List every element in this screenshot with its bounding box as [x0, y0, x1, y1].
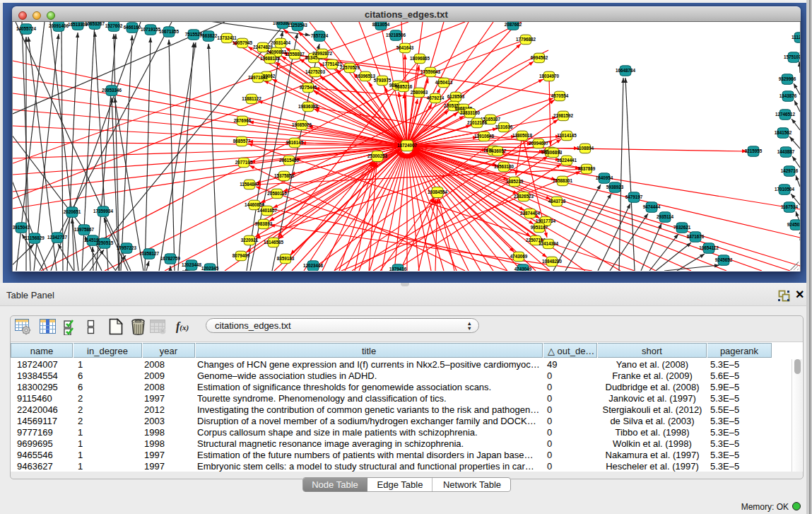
- svg-text:4050413: 4050413: [435, 80, 453, 85]
- svg-text:20091406: 20091406: [49, 23, 69, 28]
- svg-text:12414394: 12414394: [539, 241, 559, 246]
- svg-text:17359934: 17359934: [93, 209, 114, 214]
- svg-text:7663822: 7663822: [200, 33, 218, 38]
- svg-text:18096865: 18096865: [410, 56, 430, 61]
- svg-text:1108894: 1108894: [577, 146, 594, 151]
- svg-text:8359183: 8359183: [277, 256, 295, 261]
- svg-text:14460856: 14460856: [245, 202, 265, 207]
- svg-text:4743069: 4743069: [510, 254, 528, 259]
- svg-text:10848230: 10848230: [542, 259, 563, 264]
- svg-text:2935114: 2935114: [657, 214, 674, 219]
- svg-text:22992872: 22992872: [312, 51, 333, 56]
- svg-text:9275445: 9275445: [300, 85, 317, 90]
- svg-text:3915041: 3915041: [13, 225, 30, 230]
- svg-text:11558837: 11558837: [285, 52, 305, 57]
- svg-text:15588301: 15588301: [553, 178, 573, 183]
- svg-text:12746512: 12746512: [775, 112, 796, 117]
- svg-text:9245652: 9245652: [715, 257, 733, 262]
- svg-text:20580115: 20580115: [267, 191, 287, 196]
- svg-text:19085076: 19085076: [292, 122, 312, 127]
- svg-text:14275203: 14275203: [305, 69, 326, 74]
- svg-text:1385239: 1385239: [506, 179, 524, 184]
- svg-text:13146585: 13146585: [264, 240, 284, 245]
- svg-text:1379416: 1379416: [389, 267, 407, 271]
- svg-text:20031404: 20031404: [271, 40, 291, 45]
- svg-text:23833160: 23833160: [460, 110, 481, 115]
- svg-text:6128503: 6128503: [447, 94, 465, 99]
- svg-text:10057945: 10057945: [233, 40, 253, 45]
- svg-text:5793975: 5793975: [374, 78, 392, 83]
- svg-text:25300253: 25300253: [367, 153, 388, 158]
- svg-text:6306893: 6306893: [545, 150, 563, 155]
- svg-text:9474444: 9474444: [643, 204, 661, 209]
- svg-text:20615450: 20615450: [279, 158, 300, 163]
- svg-text:11881122: 11881122: [242, 96, 261, 101]
- svg-text:2077105: 2077105: [235, 160, 253, 165]
- svg-text:1343876: 1343876: [779, 93, 797, 98]
- svg-text:16396513: 16396513: [355, 74, 376, 78]
- svg-text:19384554: 19384554: [428, 189, 448, 194]
- svg-text:5641643: 5641643: [396, 45, 414, 50]
- svg-text:22570529: 22570529: [340, 65, 360, 70]
- svg-text:14401657: 14401657: [257, 208, 278, 213]
- svg-text:10671355: 10671355: [159, 29, 180, 34]
- svg-text:1841562: 1841562: [775, 130, 792, 135]
- svg-text:4679214: 4679214: [427, 95, 445, 100]
- svg-text:13910648: 13910648: [474, 134, 495, 139]
- svg-text:11014145: 11014145: [557, 133, 577, 138]
- svg-text:16782759: 16782759: [160, 256, 181, 261]
- svg-text:1112873: 1112873: [792, 35, 800, 40]
- svg-text:8079409: 8079409: [233, 253, 250, 258]
- svg-text:22474828: 22474828: [253, 45, 273, 49]
- svg-text:8685577: 8685577: [233, 139, 251, 144]
- svg-text:16224441: 16224441: [557, 158, 577, 163]
- svg-text:19563180: 19563180: [494, 164, 514, 169]
- svg-text:1167534: 1167534: [781, 204, 799, 209]
- svg-text:2020651: 2020651: [64, 209, 81, 214]
- svg-text:16648784: 16648784: [616, 68, 636, 73]
- svg-text:1202345: 1202345: [201, 266, 219, 271]
- svg-text:4743049: 4743049: [514, 267, 532, 271]
- svg-text:13805018: 13805018: [512, 133, 533, 138]
- svg-text:11584847: 11584847: [240, 182, 259, 187]
- svg-text:17957223: 17957223: [117, 245, 137, 250]
- svg-text:9816145: 9816145: [286, 140, 304, 145]
- svg-text:2087662: 2087662: [505, 22, 522, 27]
- svg-text:17796882: 17796882: [516, 37, 536, 42]
- svg-text:19688132: 19688132: [260, 56, 281, 61]
- svg-text:23971842: 23971842: [248, 75, 269, 80]
- svg-text:12023448: 12023448: [303, 263, 324, 268]
- svg-text:11156829: 11156829: [25, 235, 45, 240]
- svg-text:1640954: 1640954: [596, 175, 613, 180]
- svg-text:5685216: 5685216: [395, 84, 413, 89]
- svg-text:10358127: 10358127: [139, 251, 160, 256]
- svg-text:10653267: 10653267: [85, 22, 105, 26]
- svg-text:14055724: 14055724: [16, 26, 37, 31]
- svg-text:8813054: 8813054: [372, 22, 390, 27]
- svg-text:19836388: 19836388: [298, 104, 319, 109]
- svg-text:18724007: 18724007: [397, 143, 418, 148]
- svg-text:7632621: 7632621: [673, 225, 691, 230]
- svg-text:6994562: 6994562: [531, 55, 548, 60]
- svg-text:2580963: 2580963: [411, 90, 428, 95]
- svg-text:15751074: 15751074: [784, 54, 800, 59]
- svg-text:3131636: 3131636: [495, 124, 513, 129]
- svg-text:8471676: 8471676: [687, 234, 705, 239]
- svg-text:9245012: 9245012: [787, 222, 800, 227]
- svg-text:9837869: 9837869: [578, 166, 596, 171]
- svg-text:18034970: 18034970: [539, 74, 560, 78]
- svg-text:9983893: 9983893: [255, 221, 273, 226]
- svg-text:17559643: 17559643: [420, 69, 441, 74]
- svg-text:12342737: 12342737: [47, 235, 68, 240]
- svg-text:23826523: 23826523: [514, 194, 534, 199]
- svg-text:4843718: 4843718: [548, 199, 566, 204]
- svg-text:2876966: 2876966: [234, 118, 252, 123]
- svg-text:1443887: 1443887: [777, 149, 795, 154]
- svg-text:19218506: 19218506: [386, 33, 406, 37]
- svg-text:9436057: 9436057: [489, 148, 507, 153]
- svg-text:9953167: 9953167: [531, 225, 548, 230]
- svg-text:11253543: 11253543: [288, 23, 307, 28]
- svg-text:15375853: 15375853: [274, 173, 295, 178]
- svg-text:20994697: 20994697: [529, 141, 549, 146]
- svg-text:8215955: 8215955: [745, 148, 763, 153]
